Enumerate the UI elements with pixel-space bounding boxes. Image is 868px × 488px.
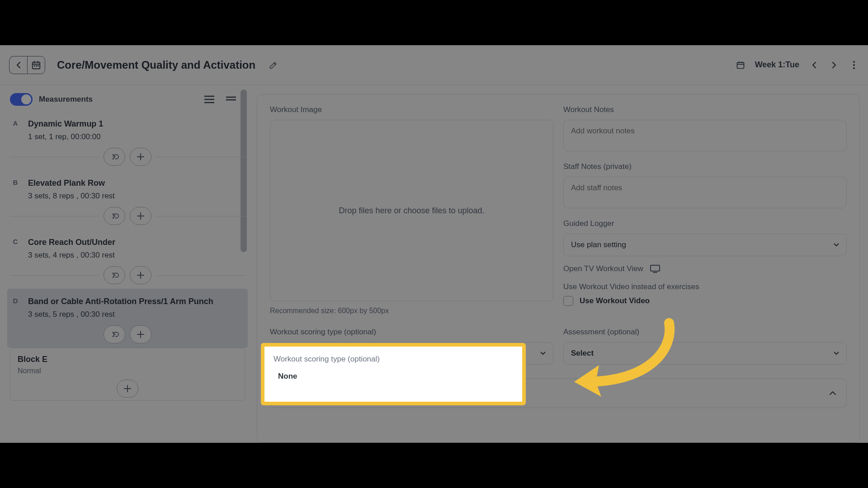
block-e-card[interactable]: Block E Normal [10,348,245,401]
scrollbar-thumb[interactable] [241,89,247,252]
edit-title-button[interactable] [269,61,278,70]
next-day-button[interactable] [829,60,839,70]
chevron-up-icon [829,391,836,395]
svg-rect-29 [651,265,660,271]
add-exercise-button[interactable] [130,148,151,166]
svg-rect-6 [38,65,39,66]
use-workout-video-label: Use Workout Video [580,296,650,305]
svg-rect-7 [737,62,744,68]
scoring-type-label: Workout scoring type (optional) [270,328,553,337]
calendar-small-icon [736,61,745,70]
svg-point-12 [853,64,855,66]
recommended-size-hint: Recommended size: 600px by 500px [270,307,553,315]
image-dropzone[interactable]: Drop files here or choose files to uploa… [270,120,553,301]
svg-point-13 [853,67,855,69]
exercise-item[interactable]: ADynamic Warmup 1 1 set, 1 rep, 00:00:00 [10,111,245,170]
tutorial-highlight-box: Workout scoring type (optional) None [261,343,526,405]
workout-image-label: Workout Image [270,105,553,114]
use-workout-video-checkbox[interactable] [563,296,573,306]
guided-logger-label: Guided Logger [563,219,847,228]
link-exercise-button[interactable] [104,207,125,225]
exercise-item[interactable]: CCore Reach Out/Under 3 sets, 4 reps , 0… [10,230,245,289]
measurements-toggle[interactable] [10,93,33,106]
staff-notes-label: Staff Notes (private) [563,162,847,171]
svg-rect-5 [36,65,37,66]
add-exercise-button[interactable] [130,325,151,343]
highlight-scoring-value: None [274,372,297,381]
measurements-label: Measurements [39,95,93,104]
more-menu-button[interactable] [849,60,859,70]
svg-rect-4 [34,65,35,66]
list-view-icon[interactable] [204,95,214,103]
use-video-instead-label: Use Workout Video instead of exercises [563,282,847,291]
drag-handle-icon[interactable] [226,95,236,103]
week-label[interactable]: Week 1:Tue [755,60,799,70]
add-exercise-button[interactable] [130,266,151,284]
highlight-scoring-label: Workout scoring type (optional) [274,355,513,364]
tv-icon[interactable] [650,264,660,273]
link-exercise-button[interactable] [104,266,125,284]
exercise-item[interactable]: BElevated Plank Row 3 sets, 8 reps , 00:… [10,170,245,230]
link-exercise-button[interactable] [104,325,125,343]
add-exercise-button[interactable] [130,207,151,225]
link-exercise-button[interactable] [104,148,125,166]
page-title: Core/Movement Quality and Activation [57,59,255,71]
tutorial-arrow-icon [561,316,678,407]
exercise-sidebar: Measurements ADynamic Warmup 1 1 set, 1 … [0,85,249,443]
exercise-item-selected[interactable]: DBand or Cable Anti-Rotation Press/1 Arm… [7,289,248,348]
calendar-button[interactable] [27,56,45,74]
workout-notes-label: Workout Notes [563,105,847,114]
prev-day-button[interactable] [809,60,819,70]
guided-logger-select[interactable]: Use plan setting [563,234,847,256]
svg-point-11 [853,61,855,63]
workout-notes-input[interactable] [563,120,847,151]
tv-view-label[interactable]: Open TV Workout View [563,264,643,273]
back-button[interactable] [9,56,27,74]
page-header: Core/Movement Quality and Activation Wee… [0,45,868,85]
add-block-exercise-button[interactable] [117,380,138,398]
staff-notes-input[interactable] [563,177,847,208]
